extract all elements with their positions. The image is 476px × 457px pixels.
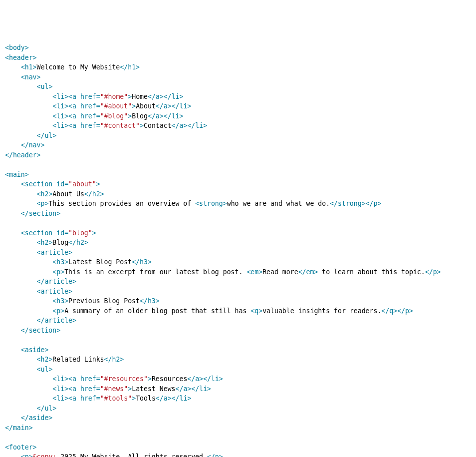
copyright-entity: &copy; — [33, 453, 57, 457]
about-heading: About Us — [52, 190, 84, 198]
aside-link-tools: Tools — [136, 395, 156, 402]
aside-heading: Related Links — [52, 356, 104, 363]
page-title: Welcome to My Website — [37, 63, 120, 71]
article-1-title: Latest Blog Post — [68, 258, 132, 266]
code-block: <body> <header> <h1>Welcome to My Websit… — [5, 43, 471, 457]
footer-text: 2025 My Website. All rights reserved. — [56, 453, 207, 457]
aside-link-resources: Resources — [152, 375, 187, 383]
nav-link-about: About — [136, 102, 156, 110]
nav-link-blog: Blog — [132, 112, 148, 120]
article-2-title: Previous Blog Post — [68, 297, 140, 305]
aside-link-news: Latest News — [132, 385, 175, 393]
nav-link-home: Home — [132, 93, 148, 100]
nav-link-contact: Contact — [144, 122, 172, 129]
blog-heading: Blog — [52, 239, 68, 246]
